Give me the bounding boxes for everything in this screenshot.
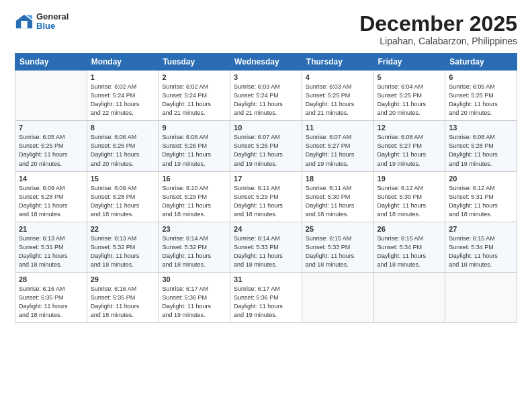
day-info: Sunrise: 6:06 AMSunset: 5:26 PMDaylight:… (91, 133, 155, 168)
day-info: Sunrise: 6:02 AMSunset: 5:24 PMDaylight:… (162, 83, 226, 118)
calendar-cell (302, 272, 373, 322)
calendar-cell: 31Sunrise: 6:17 AMSunset: 5:36 PMDayligh… (230, 272, 302, 322)
calendar-cell: 19Sunrise: 6:12 AMSunset: 5:30 PMDayligh… (373, 171, 445, 222)
calendar-header-saturday: Saturday (445, 54, 517, 71)
calendar-cell: 1Sunrise: 6:02 AMSunset: 5:24 PMDaylight… (87, 71, 159, 121)
day-number: 18 (306, 175, 370, 183)
calendar-week-2: 7Sunrise: 6:05 AMSunset: 5:25 PMDaylight… (15, 121, 517, 171)
calendar-cell: 22Sunrise: 6:13 AMSunset: 5:32 PMDayligh… (87, 222, 159, 272)
calendar-cell: 8Sunrise: 6:06 AMSunset: 5:26 PMDaylight… (87, 121, 159, 171)
day-number: 4 (306, 73, 370, 81)
calendar-cell: 21Sunrise: 6:13 AMSunset: 5:31 PMDayligh… (15, 222, 87, 272)
logo-text: General Blue (36, 12, 69, 32)
calendar-week-5: 28Sunrise: 6:16 AMSunset: 5:35 PMDayligh… (15, 272, 517, 322)
day-info: Sunrise: 6:14 AMSunset: 5:33 PMDaylight:… (234, 234, 298, 269)
calendar-header-thursday: Thursday (302, 54, 373, 71)
calendar-cell: 16Sunrise: 6:10 AMSunset: 5:29 PMDayligh… (159, 171, 230, 222)
calendar-table: SundayMondayTuesdayWednesdayThursdayFrid… (15, 53, 517, 323)
calendar-cell: 5Sunrise: 6:04 AMSunset: 5:25 PMDaylight… (373, 71, 445, 121)
logo-general: General (36, 12, 69, 21)
calendar-cell: 27Sunrise: 6:15 AMSunset: 5:34 PMDayligh… (445, 222, 517, 272)
calendar-header-sunday: Sunday (15, 54, 87, 71)
calendar-cell: 13Sunrise: 6:08 AMSunset: 5:28 PMDayligh… (445, 121, 517, 171)
logo-blue: Blue (36, 21, 69, 31)
day-info: Sunrise: 6:09 AMSunset: 5:28 PMDaylight:… (91, 184, 155, 219)
calendar-header-friday: Friday (373, 54, 445, 71)
day-info: Sunrise: 6:10 AMSunset: 5:29 PMDaylight:… (162, 184, 226, 219)
month-title: December 2025 (359, 12, 517, 36)
calendar-cell (445, 272, 517, 322)
day-number: 29 (91, 275, 155, 283)
day-number: 27 (449, 225, 513, 233)
day-info: Sunrise: 6:15 AMSunset: 5:34 PMDaylight:… (378, 234, 442, 269)
day-number: 25 (306, 225, 370, 233)
day-info: Sunrise: 6:16 AMSunset: 5:35 PMDaylight:… (19, 285, 83, 320)
calendar-cell: 20Sunrise: 6:12 AMSunset: 5:31 PMDayligh… (445, 171, 517, 222)
day-info: Sunrise: 6:11 AMSunset: 5:30 PMDaylight:… (306, 184, 370, 219)
day-info: Sunrise: 6:03 AMSunset: 5:24 PMDaylight:… (234, 83, 298, 118)
day-number: 3 (234, 73, 298, 81)
day-number: 28 (19, 275, 83, 283)
calendar-cell: 28Sunrise: 6:16 AMSunset: 5:35 PMDayligh… (15, 272, 87, 322)
location: Lipahan, Calabarzon, Philippines (359, 36, 517, 46)
day-number: 1 (91, 73, 155, 81)
day-number: 14 (19, 175, 83, 183)
calendar-cell: 7Sunrise: 6:05 AMSunset: 5:25 PMDaylight… (15, 121, 87, 171)
day-number: 24 (234, 225, 298, 233)
calendar-week-3: 14Sunrise: 6:09 AMSunset: 5:28 PMDayligh… (15, 171, 517, 222)
calendar-header-tuesday: Tuesday (159, 54, 230, 71)
day-number: 15 (91, 175, 155, 183)
day-number: 11 (306, 124, 370, 132)
day-number: 6 (449, 73, 513, 81)
day-info: Sunrise: 6:08 AMSunset: 5:28 PMDaylight:… (449, 133, 513, 168)
day-number: 21 (19, 225, 83, 233)
day-info: Sunrise: 6:13 AMSunset: 5:31 PMDaylight:… (19, 234, 83, 269)
day-info: Sunrise: 6:15 AMSunset: 5:34 PMDaylight:… (449, 234, 513, 269)
header: General Blue December 2025 Lipahan, Cala… (15, 12, 517, 46)
day-number: 8 (91, 124, 155, 132)
day-info: Sunrise: 6:07 AMSunset: 5:26 PMDaylight:… (234, 133, 298, 168)
svg-rect-2 (21, 21, 27, 28)
calendar-cell: 12Sunrise: 6:08 AMSunset: 5:27 PMDayligh… (373, 121, 445, 171)
day-info: Sunrise: 6:17 AMSunset: 5:36 PMDaylight:… (162, 285, 226, 320)
day-number: 13 (449, 124, 513, 132)
calendar-cell (373, 272, 445, 322)
day-info: Sunrise: 6:14 AMSunset: 5:32 PMDaylight:… (162, 234, 226, 269)
day-number: 30 (162, 275, 226, 283)
calendar-cell: 29Sunrise: 6:16 AMSunset: 5:35 PMDayligh… (87, 272, 159, 322)
logo: General Blue (15, 12, 69, 32)
calendar-cell: 18Sunrise: 6:11 AMSunset: 5:30 PMDayligh… (302, 171, 373, 222)
calendar-cell: 6Sunrise: 6:05 AMSunset: 5:25 PMDaylight… (445, 71, 517, 121)
calendar-cell: 3Sunrise: 6:03 AMSunset: 5:24 PMDaylight… (230, 71, 302, 121)
day-info: Sunrise: 6:12 AMSunset: 5:30 PMDaylight:… (378, 184, 442, 219)
calendar-cell: 9Sunrise: 6:06 AMSunset: 5:26 PMDaylight… (159, 121, 230, 171)
day-number: 2 (162, 73, 226, 81)
calendar-week-1: 1Sunrise: 6:02 AMSunset: 5:24 PMDaylight… (15, 71, 517, 121)
day-info: Sunrise: 6:06 AMSunset: 5:26 PMDaylight:… (162, 133, 226, 168)
day-number: 26 (378, 225, 442, 233)
day-number: 7 (19, 124, 83, 132)
day-info: Sunrise: 6:02 AMSunset: 5:24 PMDaylight:… (91, 83, 155, 118)
calendar-cell: 23Sunrise: 6:14 AMSunset: 5:32 PMDayligh… (159, 222, 230, 272)
page: General Blue December 2025 Lipahan, Cala… (0, 0, 532, 411)
day-info: Sunrise: 6:07 AMSunset: 5:27 PMDaylight:… (306, 133, 370, 168)
day-info: Sunrise: 6:09 AMSunset: 5:28 PMDaylight:… (19, 184, 83, 219)
calendar-header-row: SundayMondayTuesdayWednesdayThursdayFrid… (15, 54, 517, 71)
day-info: Sunrise: 6:11 AMSunset: 5:29 PMDaylight:… (234, 184, 298, 219)
day-number: 17 (234, 175, 298, 183)
day-info: Sunrise: 6:04 AMSunset: 5:25 PMDaylight:… (378, 83, 442, 118)
day-number: 9 (162, 124, 226, 132)
day-number: 20 (449, 175, 513, 183)
day-number: 23 (162, 225, 226, 233)
calendar-cell: 17Sunrise: 6:11 AMSunset: 5:29 PMDayligh… (230, 171, 302, 222)
calendar-cell: 30Sunrise: 6:17 AMSunset: 5:36 PMDayligh… (159, 272, 230, 322)
title-area: December 2025 Lipahan, Calabarzon, Phili… (359, 12, 517, 46)
day-info: Sunrise: 6:13 AMSunset: 5:32 PMDaylight:… (91, 234, 155, 269)
calendar-cell: 2Sunrise: 6:02 AMSunset: 5:24 PMDaylight… (159, 71, 230, 121)
day-info: Sunrise: 6:12 AMSunset: 5:31 PMDaylight:… (449, 184, 513, 219)
day-number: 22 (91, 225, 155, 233)
calendar-cell: 24Sunrise: 6:14 AMSunset: 5:33 PMDayligh… (230, 222, 302, 272)
calendar-cell: 26Sunrise: 6:15 AMSunset: 5:34 PMDayligh… (373, 222, 445, 272)
calendar-header-monday: Monday (87, 54, 159, 71)
calendar-header-wednesday: Wednesday (230, 54, 302, 71)
